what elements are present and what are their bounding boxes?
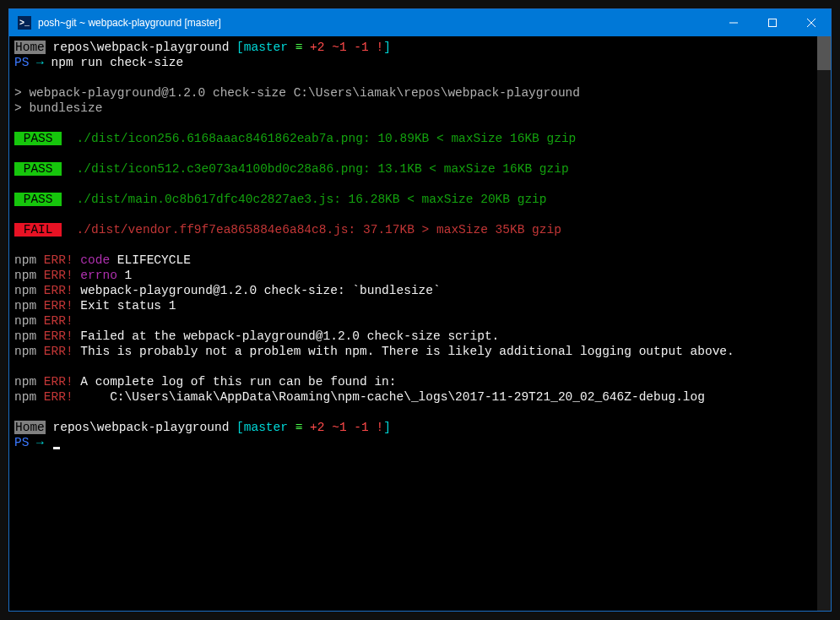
npm: npm bbox=[14, 345, 36, 358]
err-exit: Exit status 1 bbox=[73, 299, 176, 313]
home-badge: Home bbox=[14, 421, 46, 434]
npm: npm bbox=[14, 299, 36, 313]
home-badge: Home bbox=[14, 41, 46, 54]
code-val: ELIFECYCLE bbox=[110, 253, 191, 267]
scrollbar-thumb[interactable] bbox=[817, 36, 831, 70]
result-line: ./dist/main.0c8b617dfc40c2827ae3.js: 16.… bbox=[62, 193, 546, 206]
command: npm run check-size bbox=[51, 56, 184, 69]
behind: ~1 bbox=[332, 41, 346, 54]
npm: npm bbox=[14, 375, 36, 389]
err-label: ERR! bbox=[36, 269, 73, 282]
terminal-output[interactable]: Home repos\webpack-playground [master ≡ … bbox=[9, 36, 817, 611]
err-label: ERR! bbox=[36, 299, 73, 313]
errno-val: 1 bbox=[117, 269, 132, 282]
ps-prompt: PS bbox=[14, 56, 29, 69]
behind: ~1 bbox=[332, 421, 346, 434]
branch-open: [ bbox=[236, 41, 244, 54]
log-label: A complete log of this run can be found … bbox=[73, 375, 397, 389]
minimize-button[interactable] bbox=[714, 9, 753, 36]
bang: ! bbox=[376, 421, 383, 434]
code-label: code bbox=[73, 253, 111, 267]
ps-prompt: PS bbox=[14, 436, 29, 449]
terminal-window: >_ posh~git ~ webpack-playground [master… bbox=[8, 8, 832, 612]
powershell-icon: >_ bbox=[18, 16, 31, 30]
branch-equiv: ≡ bbox=[288, 421, 310, 434]
branch-equiv: ≡ bbox=[288, 41, 310, 54]
staged: -1 bbox=[354, 41, 368, 54]
pass-badge: PASS bbox=[14, 132, 62, 145]
err-probably: This is probably not a problem with npm.… bbox=[73, 345, 734, 358]
prompt-arrow: → bbox=[29, 436, 51, 449]
err-script: webpack-playground@1.2.0 check-size: `bu… bbox=[73, 284, 441, 297]
npm: npm bbox=[14, 329, 36, 343]
branch-close: ] bbox=[383, 421, 391, 434]
window-title: posh~git ~ webpack-playground [master] bbox=[38, 17, 714, 29]
npm: npm bbox=[14, 269, 36, 282]
branch-name: master bbox=[244, 421, 288, 434]
titlebar[interactable]: >_ posh~git ~ webpack-playground [master… bbox=[9, 9, 831, 36]
result-line: ./dist/icon512.c3e073a4100bd0c28a86.png:… bbox=[62, 162, 568, 176]
pass-badge: PASS bbox=[14, 193, 62, 206]
npm-script-cmd: > bundlesize bbox=[14, 101, 102, 115]
prompt-path: repos\webpack-playground bbox=[46, 421, 236, 434]
npm: npm bbox=[14, 284, 36, 297]
bang: ! bbox=[376, 41, 383, 54]
svg-rect-1 bbox=[769, 19, 777, 27]
minimize-icon bbox=[729, 19, 738, 27]
branch-name: master bbox=[244, 41, 288, 54]
err-label: ERR! bbox=[36, 329, 73, 343]
prompt-path: repos\webpack-playground bbox=[46, 41, 236, 54]
npm: npm bbox=[14, 253, 36, 267]
npm: npm bbox=[14, 390, 36, 404]
err-label: ERR! bbox=[36, 345, 73, 358]
branch-close: ] bbox=[383, 41, 391, 54]
prompt-arrow: → bbox=[29, 56, 51, 69]
err-label: ERR! bbox=[36, 314, 73, 328]
npm: npm bbox=[14, 314, 36, 328]
pass-badge: PASS bbox=[14, 162, 62, 176]
branch-open: [ bbox=[236, 421, 244, 434]
close-icon bbox=[807, 19, 816, 27]
terminal-area: Home repos\webpack-playground [master ≡ … bbox=[9, 36, 831, 611]
staged: -1 bbox=[354, 421, 368, 434]
err-failed: Failed at the webpack-playground@1.2.0 c… bbox=[73, 329, 500, 343]
err-label: ERR! bbox=[36, 390, 73, 404]
log-path: C:\Users\iamak\AppData\Roaming\npm-cache… bbox=[73, 390, 705, 404]
ahead: +2 bbox=[310, 41, 324, 54]
result-line: ./dist/icon256.6168aaac8461862eab7a.png:… bbox=[62, 132, 576, 145]
result-line: ./dist/vendor.ff9f7ea865884e6a84c8.js: 3… bbox=[62, 223, 561, 237]
err-label: ERR! bbox=[36, 253, 73, 267]
maximize-button[interactable] bbox=[753, 9, 792, 36]
npm-script-header: > webpack-playground@1.2.0 check-size C:… bbox=[14, 86, 580, 100]
errno-label: errno bbox=[73, 269, 117, 282]
err-label: ERR! bbox=[36, 284, 73, 297]
ahead: +2 bbox=[310, 421, 324, 434]
cursor bbox=[53, 447, 60, 449]
window-controls bbox=[714, 9, 831, 36]
maximize-icon bbox=[768, 19, 777, 27]
scrollbar[interactable] bbox=[817, 36, 831, 611]
close-button[interactable] bbox=[792, 9, 831, 36]
err-label: ERR! bbox=[36, 375, 73, 389]
fail-badge: FAIL bbox=[14, 223, 62, 237]
